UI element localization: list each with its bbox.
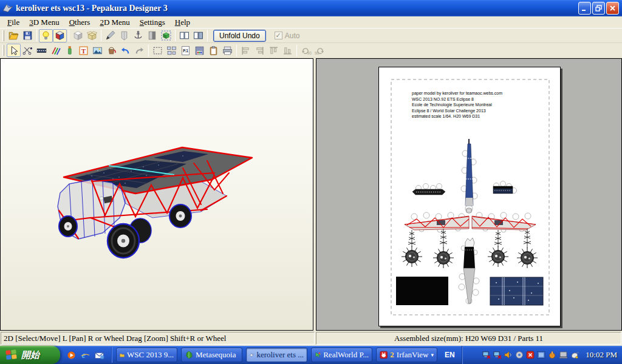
- menu-3d[interactable]: 3D Menu: [24, 16, 64, 29]
- taskbar-button-label: keroliver ets ...: [256, 350, 304, 360]
- prism-icon: [119, 30, 129, 41]
- edge-flap-button[interactable]: [35, 44, 49, 57]
- print-icon: [222, 46, 233, 56]
- minimize-button[interactable]: [578, 2, 591, 15]
- auto-checkbox[interactable]: ✓: [275, 32, 282, 39]
- group-dropdown-arrow[interactable]: ▾: [431, 352, 434, 358]
- toolbar-separator: [296, 45, 297, 56]
- toggle-texture-button[interactable]: [53, 29, 67, 42]
- folder-icon: [120, 351, 125, 359]
- layout-single-pane-button[interactable]: [191, 29, 205, 42]
- speaker-icon[interactable]: [504, 351, 513, 359]
- save-button[interactable]: [21, 29, 35, 42]
- unfold-undo-button[interactable]: Unfold Undo: [213, 30, 266, 42]
- select-part-3d-button[interactable]: [159, 29, 173, 42]
- unfold-box-button[interactable]: [85, 29, 99, 42]
- open-box-icon: [87, 30, 97, 41]
- restore-button[interactable]: [592, 2, 605, 15]
- undo-button[interactable]: [118, 44, 132, 57]
- menu-others[interactable]: Others: [64, 16, 95, 29]
- menu-file[interactable]: File: [2, 16, 24, 29]
- copy-to-clipboard-button[interactable]: [207, 44, 220, 57]
- rotate-cw-90-icon: 90: [314, 46, 326, 56]
- taskbar-button-wsc-folder[interactable]: WSC 2013 9...: [116, 348, 177, 362]
- menu-help[interactable]: Help: [170, 16, 195, 29]
- svg-text:90: 90: [307, 51, 312, 55]
- face-panel-button[interactable]: [145, 29, 159, 42]
- taskbar-button-pepakura[interactable]: keroliver ets ...: [246, 348, 307, 362]
- quick-launch: e: [60, 350, 109, 360]
- outlook-express-icon[interactable]: [94, 350, 104, 360]
- toolbar-separator: [148, 45, 149, 56]
- redo-button[interactable]: [132, 44, 146, 57]
- solid-view-button[interactable]: [117, 29, 131, 42]
- menu-2d[interactable]: 2D Menu: [95, 16, 134, 29]
- close-icon: [609, 5, 616, 12]
- layout-right-pane-icon: [193, 30, 203, 41]
- rotate-cw-button[interactable]: 90: [313, 44, 327, 57]
- marquee-select-icon: [152, 46, 163, 56]
- part-wheel-disc-1: [402, 230, 422, 267]
- display-app-icon[interactable]: [537, 351, 545, 359]
- layout-both-panes-button[interactable]: [177, 29, 191, 42]
- irfanview-window-count: 2: [390, 350, 394, 360]
- start-button[interactable]: 開始: [0, 346, 60, 364]
- insert-text-button[interactable]: T: [77, 44, 91, 57]
- 2d-viewport[interactable]: paper model by keroliver for teamaoc.web…: [316, 58, 622, 331]
- page-header-text: paper model by keroliver for teamaoc.web…: [412, 90, 542, 120]
- minimize-icon: [581, 5, 588, 12]
- toolbar-grip[interactable]: [2, 45, 4, 56]
- part-side-frame-left: [405, 212, 469, 232]
- network-offline-icon-2[interactable]: [493, 351, 502, 359]
- 3d-viewport[interactable]: [0, 58, 313, 331]
- insert-image-button[interactable]: [91, 44, 104, 57]
- fill-color-button[interactable]: [104, 44, 118, 57]
- leaf-icon: [185, 351, 193, 359]
- pattern-page[interactable]: paper model by keroliver for teamaoc.web…: [378, 67, 561, 326]
- close-button[interactable]: [606, 2, 619, 15]
- media-player-icon[interactable]: [66, 350, 77, 360]
- taskbar: 開始 e WSC 2013 9...: [0, 346, 622, 364]
- select-move-button[interactable]: [7, 44, 21, 57]
- mouse-device-icon[interactable]: [570, 351, 579, 359]
- arrange-parts-button[interactable]: [165, 44, 179, 57]
- export-image-button[interactable]: [193, 44, 207, 57]
- menu-settings[interactable]: Settings: [135, 16, 170, 29]
- security-alert-icon[interactable]: [526, 351, 535, 359]
- toggle-light-button[interactable]: [39, 29, 53, 42]
- taskbar-button-metasequoia[interactable]: Metasequoia: [181, 348, 242, 362]
- edge-strip-icon: [36, 46, 47, 56]
- drop-anchor-button[interactable]: [131, 29, 145, 42]
- cut-edge-button[interactable]: [21, 44, 35, 57]
- unfold-undo-label: Unfold Undo: [219, 32, 260, 40]
- language-indicator[interactable]: EN: [439, 351, 460, 359]
- toolbar-grip[interactable]: [2, 30, 4, 41]
- laptop-monitor-icon[interactable]: [559, 351, 568, 359]
- volume-control-icon[interactable]: [515, 351, 524, 359]
- part-wheel-disc-2: [433, 229, 454, 268]
- glue-stick-icon: [64, 46, 75, 56]
- taskbar-button-irfanview-group[interactable]: 2 IrfanView ▾: [376, 348, 437, 362]
- page-setup-button[interactable]: P.1: [179, 44, 193, 57]
- rotate-ccw-button[interactable]: 90: [299, 44, 313, 57]
- internet-explorer-icon[interactable]: e: [80, 350, 91, 360]
- solar-car-3d-model: [1, 59, 313, 330]
- glue-tab-button[interactable]: [63, 44, 77, 57]
- network-offline-icon[interactable]: [482, 351, 491, 359]
- touchpad-hand-icon[interactable]: [548, 351, 556, 359]
- align-top-button[interactable]: [267, 44, 281, 57]
- edge-color-button[interactable]: [49, 44, 63, 57]
- marquee-select-button[interactable]: [151, 44, 165, 57]
- open-file-button[interactable]: [7, 29, 21, 42]
- taskbar-clock[interactable]: 10:02 PM: [586, 350, 617, 360]
- plain-model-button[interactable]: [71, 29, 85, 42]
- align-left-button[interactable]: [239, 44, 253, 57]
- taskbar-button-label: WSC 2013 9...: [127, 350, 174, 360]
- edit-tool-button[interactable]: [103, 29, 117, 42]
- page-p1-icon: P.1: [180, 46, 191, 56]
- export-image-icon: [194, 46, 205, 56]
- taskbar-button-realworld[interactable]: RealWorld P...: [311, 348, 372, 362]
- align-right-button[interactable]: [253, 44, 267, 57]
- align-bottom-button[interactable]: [281, 44, 295, 57]
- print-button[interactable]: [220, 44, 234, 57]
